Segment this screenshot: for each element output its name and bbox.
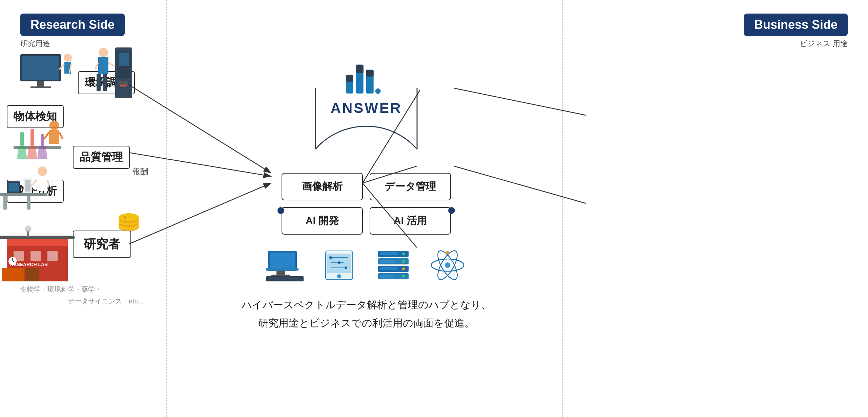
- function-box-image-analysis: 画像解析: [282, 173, 363, 200]
- env-survey-person: [95, 41, 136, 110]
- research-badge: Research Side: [20, 14, 125, 36]
- svg-line-50: [47, 180, 49, 186]
- svg-point-25: [64, 54, 72, 62]
- center-dot-right: [448, 207, 455, 214]
- svg-rect-24: [30, 86, 51, 88]
- svg-marker-31: [17, 146, 27, 159]
- svg-rect-57: [98, 57, 108, 74]
- business-subtitle: ビジネス 用途: [800, 39, 848, 49]
- svg-rect-48: [37, 176, 47, 191]
- function-grid: 画像解析 データ管理 AI 開発 AI 活用: [282, 173, 451, 235]
- svg-rect-96: [380, 260, 395, 263]
- research-sub-label1: 生物学・環境科学・薬学・: [20, 285, 102, 294]
- center-dot-left: [277, 207, 284, 214]
- server-icon: [373, 248, 414, 282]
- svg-rect-46: [25, 180, 30, 192]
- svg-rect-54: [119, 81, 128, 85]
- svg-rect-10: [2, 268, 24, 281]
- svg-rect-55: [120, 85, 127, 86]
- scientist-image: [0, 159, 54, 215]
- svg-rect-97: [380, 267, 397, 270]
- svg-rect-44: [8, 183, 19, 192]
- research-sub-label2: データサイエンス etc...: [68, 297, 143, 306]
- svg-rect-77: [268, 277, 302, 280]
- svg-rect-2: [0, 236, 75, 239]
- svg-rect-42: [27, 196, 30, 210]
- svg-line-38: [44, 132, 49, 139]
- svg-point-83: [329, 256, 332, 259]
- svg-point-91: [402, 253, 405, 255]
- research-lab-image: RESEARCH LAB: [0, 217, 75, 286]
- svg-point-70: [375, 88, 381, 94]
- svg-rect-68: [356, 65, 364, 73]
- svg-point-86: [337, 274, 341, 278]
- svg-point-102: [445, 262, 450, 268]
- bottom-text-line1: ハイパースペクトルデータ解析と管理のハブとなり、: [242, 296, 491, 314]
- bottom-text-line2: 研究用途とビジネスでの利活用の両面を促進。: [242, 314, 491, 332]
- svg-point-36: [49, 121, 59, 130]
- business-badge: Business Side: [744, 14, 848, 36]
- svg-rect-69: [366, 70, 374, 77]
- svg-rect-6: [25, 268, 39, 281]
- svg-point-19: [119, 213, 139, 221]
- svg-rect-32: [30, 129, 34, 146]
- svg-point-8: [25, 225, 32, 232]
- research-section: Research Side 研究用途 環境調査 物体検知 品質管理 成分分析 研…: [0, 0, 169, 417]
- svg-point-92: [402, 260, 405, 263]
- svg-rect-72: [270, 253, 295, 270]
- svg-line-39: [59, 132, 63, 139]
- svg-text:$: $: [124, 215, 126, 220]
- svg-rect-23: [37, 81, 44, 86]
- svg-line-61: [108, 63, 115, 66]
- svg-rect-98: [380, 275, 393, 278]
- svg-rect-67: [346, 75, 353, 82]
- center-bottom-text: ハイパースペクトルデータ解析と管理のハブとなり、 研究用途とビジネスでの利活用の…: [242, 296, 491, 332]
- lab-equipment1: [17, 47, 75, 103]
- svg-point-93: [402, 267, 405, 270]
- atom-icon: [427, 248, 468, 282]
- svg-rect-95: [380, 252, 398, 255]
- svg-rect-53: [119, 53, 129, 66]
- svg-rect-22: [22, 56, 59, 80]
- svg-rect-73: [276, 271, 285, 275]
- function-box-ai-use: AI 活用: [370, 207, 451, 235]
- svg-point-103: [446, 251, 449, 254]
- svg-rect-40: [0, 193, 47, 196]
- svg-marker-35: [37, 146, 47, 159]
- svg-rect-41: [3, 196, 7, 210]
- svg-point-85: [345, 266, 347, 269]
- svg-rect-34: [41, 134, 44, 146]
- svg-rect-74: [271, 275, 290, 276]
- svg-point-94: [402, 275, 405, 278]
- business-section: Business Side ビジネス 用途 工場 食品加工・精密機器・廃棄物処理…: [563, 0, 868, 417]
- svg-marker-33: [27, 146, 37, 159]
- answer-logo-container: ANSWER: [295, 20, 437, 163]
- svg-line-60: [95, 63, 98, 70]
- computer-icon: [265, 248, 305, 282]
- svg-rect-75: [266, 268, 298, 271]
- svg-point-47: [38, 166, 47, 176]
- icons-row: [265, 248, 468, 282]
- divider-left: [166, 0, 167, 417]
- function-area: 画像解析 データ管理 AI 開発 AI 活用: [282, 173, 451, 248]
- svg-rect-5: [47, 251, 58, 261]
- answer-logo-svg: [343, 55, 390, 95]
- svg-rect-4: [30, 251, 41, 261]
- function-box-ai-dev: AI 開発: [282, 207, 363, 235]
- svg-point-56: [99, 48, 108, 57]
- research-item-hinshitsu: 品質管理: [73, 146, 130, 169]
- main-container: Research Side 研究用途 環境調査 物体検知 品質管理 成分分析 研…: [0, 0, 868, 417]
- function-box-data-management: データ管理: [370, 173, 451, 200]
- reward-label: 報酬: [132, 166, 148, 177]
- center-section: ANSWER 画像解析 データ管理 AI 開発 AI 活用: [169, 0, 563, 417]
- svg-rect-58: [97, 74, 101, 91]
- svg-rect-59: [103, 74, 107, 91]
- answer-text: ANSWER: [331, 100, 402, 116]
- coin-image: $: [115, 210, 142, 239]
- svg-point-84: [338, 261, 340, 264]
- answer-logo: ANSWER: [331, 55, 402, 116]
- svg-rect-30: [20, 132, 24, 146]
- svg-rect-37: [49, 130, 59, 144]
- business-header: Business Side ビジネス 用途: [577, 14, 848, 56]
- tablet-icon: [319, 248, 359, 282]
